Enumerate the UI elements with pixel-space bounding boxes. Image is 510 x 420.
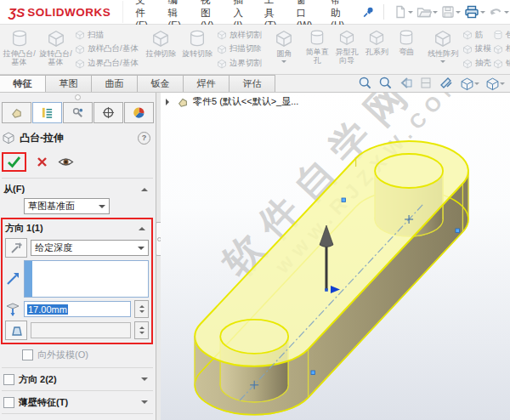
expand-arrow-icon[interactable] xyxy=(166,99,173,105)
tab-features[interactable]: 特征 xyxy=(0,75,46,92)
save-button[interactable] xyxy=(440,4,462,20)
dropdown-caret-icon[interactable] xyxy=(456,11,461,16)
tab-sheetmetal[interactable]: 钣金 xyxy=(137,75,184,92)
depth-input[interactable]: 17.00mm xyxy=(24,301,131,317)
from-dropdown[interactable]: 草图基准面 xyxy=(24,198,110,214)
display-style-icon[interactable] xyxy=(485,77,505,91)
tab-configuration-manager[interactable] xyxy=(63,102,93,123)
swept-boss-button[interactable]: 扫描 xyxy=(75,30,139,41)
revolved-cut-button[interactable]: 旋转切除 xyxy=(179,26,216,72)
reverse-direction-button[interactable] xyxy=(5,238,27,258)
help-icon[interactable]: ? xyxy=(138,132,150,145)
swept-cut-button[interactable]: 扫描切除 xyxy=(217,43,262,54)
outward-draft-checkbox[interactable] xyxy=(22,349,33,360)
ok-button[interactable] xyxy=(7,156,21,168)
mirror-button[interactable]: 镜向 xyxy=(493,58,510,69)
tab-weldments[interactable]: 焊件 xyxy=(183,75,230,92)
boundary-boss-button[interactable]: 边界凸台/基体 xyxy=(75,58,139,69)
confirm-toolbar xyxy=(2,149,153,174)
direction2-section-header[interactable]: 方向 2(2) xyxy=(2,372,153,387)
dropdown-caret-icon[interactable] xyxy=(480,11,485,16)
draft-angle-input xyxy=(31,322,131,338)
dropdown-caret-icon[interactable] xyxy=(504,11,509,16)
property-manager-panel: 凸台-拉伸 ? 从(F) 草图基准面 方向 1(1) xyxy=(0,93,156,420)
preview-eye-icon[interactable] xyxy=(58,156,74,167)
tab-feature-manager-tree[interactable] xyxy=(2,102,31,123)
print-button[interactable] xyxy=(463,4,486,20)
revolved-boss-button[interactable]: 旋转凸台/基体 xyxy=(37,26,74,72)
lofted-cut-button[interactable]: 放样切割 xyxy=(217,30,262,41)
solidworks-window: ƷS SOLIDWORKS 文件(F) 编辑(E) 视图(V) 插入(I) 工具… xyxy=(0,0,510,420)
linear-pattern-button[interactable]: 线性阵列 xyxy=(425,26,462,72)
tab-dimxpert-manager[interactable] xyxy=(94,102,123,123)
simple-hole-button[interactable]: 简单直孔 xyxy=(303,26,332,72)
tab-surfaces[interactable]: 曲面 xyxy=(91,75,138,92)
dropdown-caret-icon[interactable] xyxy=(474,82,479,88)
from-section-header[interactable]: 从(F) xyxy=(2,182,153,196)
model-3d-preview[interactable] xyxy=(161,93,510,420)
heads-up-view-toolbar xyxy=(358,76,505,92)
direction1-section-header[interactable]: 方向 1(1) xyxy=(5,221,149,236)
confirm-annotation-box xyxy=(2,152,26,172)
direction-reference-selection-box[interactable] xyxy=(24,260,149,298)
lofted-boss-button[interactable]: 放样凸台/基体 xyxy=(75,43,139,54)
zoom-fit-icon[interactable] xyxy=(358,76,372,92)
previous-view-icon[interactable] xyxy=(399,76,413,92)
direction1-annotation-box: 方向 1(1) 给定深度 xyxy=(1,218,153,344)
draft-toggle-button[interactable] xyxy=(5,321,27,340)
flex-button[interactable]: 弯曲 xyxy=(392,26,422,72)
boundary-cut-button[interactable]: 边界切割 xyxy=(217,58,262,69)
boss-extrude-icon xyxy=(2,131,15,145)
dropdown-caret-icon[interactable] xyxy=(281,60,286,65)
chevron-down-icon xyxy=(141,377,148,384)
appearance-icon[interactable] xyxy=(439,76,454,92)
feature-tree-flyout[interactable]: 零件5 (默认<<默认>_显... xyxy=(166,95,298,108)
depth-spinner[interactable] xyxy=(134,300,149,318)
tab-evaluate[interactable]: 评估 xyxy=(229,75,275,92)
feature-title: 凸台-拉伸 xyxy=(20,131,64,145)
zoom-area-icon[interactable] xyxy=(378,76,393,92)
dropdown-caret-icon xyxy=(138,247,144,253)
hole-wizard-button[interactable]: 异型孔向导 xyxy=(332,26,362,72)
extruded-boss-button[interactable]: 拉伸凸台/基体 xyxy=(1,26,37,72)
panel-manager-tabs xyxy=(2,102,153,123)
dropdown-caret-icon[interactable] xyxy=(440,60,445,65)
new-document-button[interactable] xyxy=(393,4,414,20)
dropdown-caret-icon[interactable] xyxy=(500,82,505,88)
dropdown-caret-icon[interactable] xyxy=(433,11,438,16)
graphics-viewport[interactable]: 零件5 (默认<<默认>_显... 软件自学网 www.RJZXW.COM xyxy=(161,93,510,420)
title-bar: ƷS SOLIDWORKS 文件(F) 编辑(E) 视图(V) 插入(I) 工具… xyxy=(0,0,510,25)
chevron-up-icon xyxy=(141,184,148,191)
section-view-icon[interactable] xyxy=(419,76,434,92)
intersect-button[interactable]: 相交 xyxy=(493,43,510,54)
pin-menu-icon[interactable] xyxy=(362,6,375,19)
shell-button[interactable]: 抽壳 xyxy=(462,58,491,69)
dropdown-caret-icon[interactable] xyxy=(408,11,413,16)
logo-wordmark: SOLIDWORKS xyxy=(27,6,110,19)
tab-display-manager[interactable] xyxy=(124,102,154,123)
open-button[interactable] xyxy=(416,4,439,20)
features-ribbon: 拉伸凸台/基体 旋转凸台/基体 扫描 放样凸台/基体 边界凸台/基体 拉伸切除 xyxy=(0,25,510,75)
undo-button[interactable] xyxy=(488,4,510,20)
thin-feature-section-header[interactable]: 薄壁特征(T) xyxy=(2,394,153,410)
end-condition-dropdown[interactable]: 给定深度 xyxy=(31,240,149,256)
rib-button[interactable]: 筋 xyxy=(462,30,491,41)
depth-icon xyxy=(5,302,20,317)
extruded-cut-button[interactable]: 拉伸切除 xyxy=(143,26,179,72)
direction2-checkbox[interactable] xyxy=(3,374,14,385)
fillet-button[interactable]: 圆角 xyxy=(266,26,303,72)
tab-property-manager[interactable] xyxy=(32,102,62,123)
view-orientation-icon[interactable] xyxy=(460,77,479,91)
thin-feature-checkbox[interactable] xyxy=(3,397,14,408)
part-name: 零件5 (默认<<默认>_显... xyxy=(193,95,298,108)
cancel-button[interactable] xyxy=(37,156,48,167)
panel-splitter-dot[interactable] xyxy=(75,94,81,100)
chevron-up-icon xyxy=(139,224,145,230)
draft-button[interactable]: 拔模 xyxy=(462,43,491,54)
part-icon xyxy=(177,96,189,108)
wrap-button[interactable]: 包覆 xyxy=(493,30,510,41)
tab-sketch[interactable]: 草图 xyxy=(45,75,92,92)
logo-3s-mark: ƷS xyxy=(8,5,25,20)
dropdown-caret-icon xyxy=(99,205,105,212)
hole-series-button[interactable]: 孔系列 xyxy=(362,26,392,72)
